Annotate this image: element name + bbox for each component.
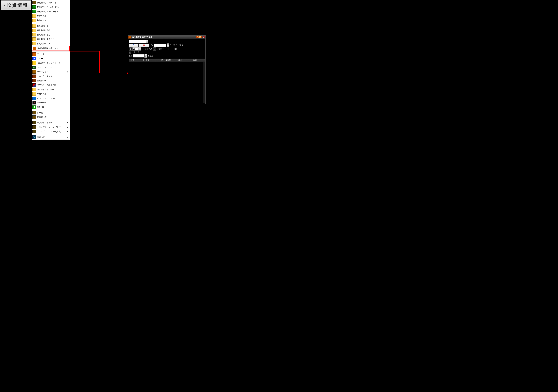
menu-item-32[interactable]: ミニオプションビュー(限週)▶ — [32, 129, 70, 134]
limit-price-radio[interactable] — [151, 44, 153, 46]
ic-gauge-icon — [32, 70, 36, 74]
menu-item-label: 個別銘柄・詳細 — [37, 29, 50, 32]
submenu-arrow-icon: ▶ — [67, 71, 68, 73]
sort-direction-button[interactable]: ⇅ — [129, 47, 132, 51]
menu-item-16[interactable]: mマーケットビュー — [32, 65, 70, 70]
col-cum-qty[interactable]: 累計注文数量 — [156, 59, 175, 62]
menu-item-24[interactable]: xxenoFlash — [32, 101, 70, 105]
price-spinner[interactable]: ▲▼ — [167, 44, 169, 47]
menu-item-label: 銘柄登録リスト(リスト) — [37, 1, 57, 4]
current-price-label: 現値： — [180, 44, 185, 47]
menu-item-31[interactable]: ミニオプションビュー(限月)▶ — [32, 125, 70, 129]
menu-item-34[interactable]: ↻関連情報▶ — [32, 135, 70, 139]
menu-item-21[interactable]: リミットマインダー — [32, 87, 70, 92]
price-up-button[interactable]: ▲ — [167, 44, 169, 45]
menu-item-8[interactable]: 個別銘柄・複合 — [32, 33, 70, 37]
window-icon — [128, 36, 131, 39]
menu-item-label: マーケットビュー — [37, 66, 52, 69]
price-input-box[interactable] — [154, 44, 166, 47]
col-qty[interactable]: 注文数量 — [136, 59, 156, 62]
menu-item-label: オプションビュー — [37, 122, 52, 124]
shares-down-button[interactable]: ▼ — [144, 56, 147, 58]
menu-item-label: ミニオプションビュー(限週) — [37, 130, 61, 133]
menu-item-label: 四季報検索 — [37, 116, 47, 119]
menu-item-10[interactable]: 個別銘柄・T&S — [32, 41, 70, 46]
menu-item-11[interactable]: 価格別板乗り注文リスト — [32, 46, 70, 51]
menu-item-1[interactable]: 銘柄登録リスト(ボード小) — [32, 5, 70, 9]
interval-dropdown-button[interactable]: ▼ — [138, 48, 141, 50]
shares-spinner[interactable]: ▲▼ — [144, 54, 147, 58]
refresh-button[interactable]: ↻ — [153, 47, 156, 51]
price-down-button[interactable]: ▼ — [167, 45, 169, 47]
ic-chart-icon — [32, 52, 36, 56]
price-board-order-list-window: 価格別板乗り注文リスト HOT ✕ ▼ 売 買 ▲▼ 成行 現値： — [128, 35, 206, 104]
menu-item-30[interactable]: オプションビュー▶ — [32, 121, 70, 125]
menu-item-label: ミニオプションビュー(限月) — [37, 126, 61, 129]
symbol-dropdown-button[interactable]: ▼ — [146, 40, 148, 43]
fetch-time-label: 取得時刻： — [157, 48, 166, 50]
window-title: 価格別板乗り注文リスト — [132, 36, 196, 39]
interval-combo[interactable]: ▼ — [132, 47, 141, 51]
symbol-combo[interactable]: ▼ — [129, 40, 148, 43]
close-button[interactable]: ✕ — [203, 36, 205, 38]
menu-item-13[interactable]: チャート — [32, 52, 70, 56]
menu-item-label: 先物リスト — [37, 15, 47, 17]
col-cond[interactable]: 執条 — [175, 59, 185, 62]
auto-refresh-label: 自動更新 — [145, 48, 152, 50]
menu-item-22[interactable]: 事象リスト — [32, 92, 70, 96]
vertical-scrollbar[interactable] — [203, 62, 205, 103]
menu-item-19[interactable]: 詳細ランキング — [32, 78, 70, 83]
menu-item-9[interactable]: 個別銘柄・複合ミニ — [32, 37, 70, 41]
menu-item-label: 銘柄登録リスト(ボード大) — [37, 10, 59, 13]
menu-item-27[interactable]: 四季報 — [32, 111, 70, 115]
ic-i-icon: i — [32, 97, 36, 100]
ic-tbl-icon — [32, 14, 36, 18]
menu-item-label: 個別銘柄・T&S — [37, 42, 50, 45]
menu-item-label: インフォメーションビュー — [37, 97, 60, 100]
menu-item-20[interactable]: リアルタイム株価予測 — [32, 83, 70, 87]
menu-item-4[interactable]: 指標リスト — [32, 18, 70, 23]
submenu-arrow-icon: ▶ — [67, 136, 68, 138]
menu-item-label: 詳細ランキング — [37, 79, 50, 82]
sell-button[interactable]: 売 — [129, 44, 139, 47]
menu-item-15[interactable]: kabuステーションお知らせ — [32, 61, 70, 65]
filter-label: 注文絞込 — [132, 51, 140, 54]
interval-input[interactable] — [133, 48, 138, 50]
hot-badge[interactable]: HOT — [196, 36, 202, 38]
ic-rel-icon: ↻ — [32, 135, 36, 139]
window-titlebar[interactable]: 価格別板乗り注文リスト HOT ✕ — [128, 35, 205, 39]
menu-item-0[interactable]: L銘柄登録リスト(リスト) — [32, 0, 70, 5]
menu-item-25[interactable]: 外海外指数 — [32, 105, 70, 109]
buy-button[interactable]: 買 — [139, 44, 149, 47]
filter-expand-button[interactable]: − — [129, 51, 131, 54]
investment-info-button[interactable]: ▾ 投資情報 — [1, 0, 31, 10]
shares-input[interactable] — [133, 55, 144, 57]
menu-separator — [32, 134, 69, 134]
menu-item-17[interactable]: マネービュー▶ — [32, 70, 70, 74]
shares-up-button[interactable]: ▲ — [144, 54, 147, 56]
menu-item-3[interactable]: 先物リスト — [32, 14, 70, 18]
menu-item-18[interactable]: マルチランキング — [32, 74, 70, 78]
ic-chart-icon — [33, 47, 36, 50]
menu-item-7[interactable]: 個別銘柄・詳細 — [32, 28, 70, 33]
ic-grid-icon — [32, 5, 36, 9]
symbol-input[interactable] — [129, 40, 146, 43]
menu-item-28[interactable]: 四季報検索 — [32, 115, 70, 119]
ic-tbl-icon — [32, 33, 36, 36]
menu-item-14[interactable]: Nニュース — [32, 56, 70, 61]
menu-item-23[interactable]: iインフォメーションビュー — [32, 96, 70, 101]
auto-refresh-checkbox[interactable] — [142, 48, 144, 50]
ic-shiki-icon — [32, 111, 36, 114]
col-order[interactable]: 順番 — [129, 59, 136, 62]
col-time[interactable]: 時刻 — [185, 59, 205, 62]
market-order-radio[interactable] — [170, 44, 172, 46]
market-order-label: 成行 — [173, 44, 177, 47]
shares-suffix: 株以上 — [148, 55, 153, 57]
menu-item-label: ニュース — [37, 57, 45, 60]
shares-input-box[interactable] — [133, 54, 144, 57]
menu-item-label: 指標リスト — [37, 19, 47, 22]
menu-item-6[interactable]: 個別銘柄・板 — [32, 24, 70, 28]
menu-item-2[interactable]: 銘柄登録リスト(ボード大) — [32, 9, 70, 14]
price-input[interactable] — [154, 44, 166, 46]
fetch-time-value: --:--:--（-分） — [167, 48, 178, 50]
